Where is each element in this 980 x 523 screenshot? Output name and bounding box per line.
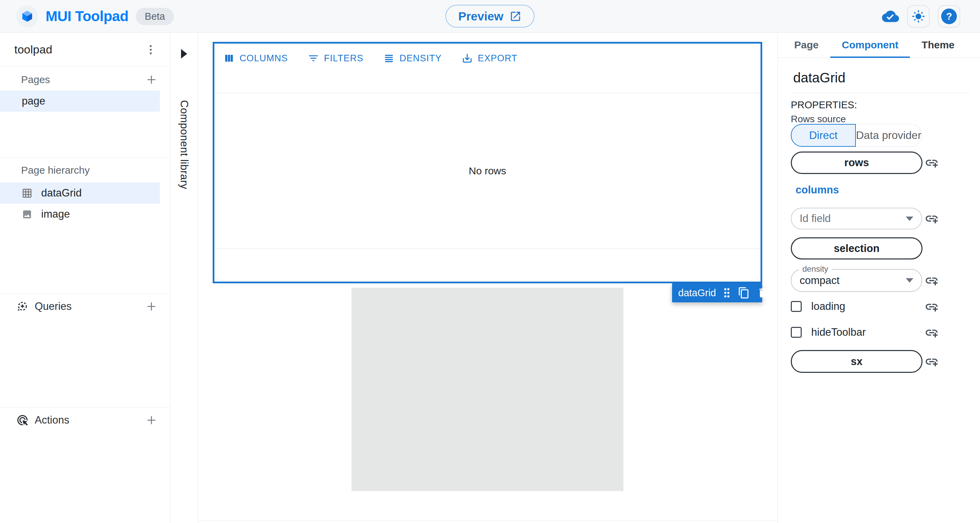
sidebar-item-datagrid[interactable]: dataGrid bbox=[0, 182, 160, 204]
export-button[interactable]: EXPORT bbox=[461, 53, 517, 64]
canvas-bottom-border bbox=[198, 521, 778, 521]
bind-density-icon[interactable] bbox=[924, 273, 939, 288]
columns-editor-link[interactable]: columns bbox=[795, 184, 839, 196]
actions-icon bbox=[16, 414, 29, 426]
loading-checkbox[interactable] bbox=[791, 301, 802, 312]
actions-section-label: Actions bbox=[35, 414, 69, 426]
export-label: EXPORT bbox=[478, 53, 517, 64]
density-label: DENSITY bbox=[399, 53, 442, 64]
explorer-sidebar: toolpad Pages page Page hierarchy dataGr… bbox=[0, 33, 170, 523]
no-rows-message: No rows bbox=[469, 165, 506, 177]
datagrid-component[interactable]: COLUMNS FILTERS DENSITY bbox=[215, 45, 759, 281]
loading-checkbox-row: loading bbox=[791, 300, 845, 313]
tab-component[interactable]: Component bbox=[830, 33, 910, 58]
columns-label: COLUMNS bbox=[240, 53, 288, 64]
tab-theme[interactable]: Theme bbox=[910, 33, 966, 58]
project-row: toolpad bbox=[0, 33, 170, 67]
image-icon bbox=[22, 209, 32, 220]
rows-source-dataprovider-button[interactable]: Data provider bbox=[856, 124, 922, 147]
tab-page[interactable]: Page bbox=[783, 33, 830, 58]
kebab-menu-icon[interactable] bbox=[144, 43, 158, 56]
hidetoolbar-label: hideToolbar bbox=[811, 326, 865, 338]
app-title: MUI Toolpad bbox=[46, 8, 128, 24]
add-query-icon[interactable] bbox=[145, 300, 158, 313]
hierarchy-section-header: Page hierarchy bbox=[0, 159, 170, 181]
inspector-panel: Page Component Theme dataGrid PROPERTIES… bbox=[778, 33, 980, 523]
bind-idfield-icon[interactable] bbox=[924, 212, 939, 226]
help-icon: ? bbox=[941, 8, 957, 24]
theme-toggle-button[interactable] bbox=[907, 5, 930, 27]
brand: MUI Toolpad Beta bbox=[16, 0, 174, 33]
datagrid-item-label: dataGrid bbox=[41, 187, 82, 199]
selected-component-label: dataGrid bbox=[678, 287, 716, 299]
bind-rows-icon[interactable] bbox=[924, 156, 939, 170]
columns-button[interactable]: COLUMNS bbox=[223, 53, 288, 64]
component-library-label[interactable]: Component library bbox=[178, 100, 190, 189]
app-header: MUI Toolpad Beta Preview ? bbox=[0, 0, 980, 33]
cloud-done-icon bbox=[882, 8, 899, 25]
beta-badge: Beta bbox=[136, 8, 174, 25]
bind-hidetoolbar-icon[interactable] bbox=[924, 325, 939, 340]
export-icon bbox=[461, 53, 473, 64]
density-value: compact bbox=[800, 274, 840, 287]
inspector-tabs: Page Component Theme bbox=[778, 33, 980, 58]
hidetoolbar-checkbox-row: hideToolbar bbox=[791, 326, 865, 338]
datagrid-selection-outline[interactable]: COLUMNS FILTERS DENSITY bbox=[213, 42, 762, 283]
filters-label: FILTERS bbox=[324, 53, 363, 64]
id-field-select[interactable]: Id field bbox=[791, 208, 922, 230]
dropdown-arrow-icon bbox=[906, 278, 913, 282]
datagrid-footer bbox=[216, 249, 759, 280]
loading-label: loading bbox=[811, 300, 845, 313]
rows-property-button[interactable]: rows bbox=[791, 151, 923, 174]
hierarchy-section-label: Page hierarchy bbox=[21, 164, 90, 176]
preview-label: Preview bbox=[458, 10, 503, 23]
filter-list-icon bbox=[308, 53, 319, 64]
datagrid-column-headers bbox=[216, 72, 759, 93]
component-library-panel: Component library bbox=[170, 33, 198, 523]
preview-button[interactable]: Preview bbox=[445, 5, 535, 27]
grid-icon bbox=[22, 188, 32, 199]
divider bbox=[0, 293, 170, 294]
header-actions: ? bbox=[882, 0, 960, 33]
selection-hud-toolbar: dataGrid bbox=[672, 283, 762, 302]
pages-section-label: Pages bbox=[21, 74, 50, 86]
rows-source-toggle: Direct Data provider bbox=[791, 124, 922, 147]
view-column-icon bbox=[223, 53, 235, 64]
sidebar-item-page[interactable]: page bbox=[0, 91, 160, 112]
rows-source-direct-button[interactable]: Direct bbox=[791, 124, 856, 147]
properties-label: PROPERTIES: bbox=[791, 99, 857, 111]
id-field-value: Id field bbox=[800, 212, 830, 225]
component-name-heading: dataGrid bbox=[793, 70, 845, 86]
divider bbox=[790, 92, 970, 93]
density-select[interactable]: density compact bbox=[791, 269, 922, 292]
filters-button[interactable]: FILTERS bbox=[308, 53, 363, 64]
page-canvas: COLUMNS FILTERS DENSITY bbox=[198, 33, 778, 523]
mui-toolpad-logo-icon bbox=[16, 5, 38, 27]
bind-sx-icon[interactable] bbox=[924, 354, 939, 369]
actions-section-header: Actions bbox=[0, 409, 170, 431]
add-action-icon[interactable] bbox=[145, 413, 158, 427]
image-component[interactable] bbox=[352, 288, 624, 491]
expand-library-chevron-icon[interactable] bbox=[181, 49, 187, 59]
sidebar-item-image[interactable]: image bbox=[0, 204, 160, 225]
add-page-icon[interactable] bbox=[145, 73, 158, 86]
bind-loading-icon[interactable] bbox=[924, 300, 939, 314]
dropdown-arrow-icon bbox=[906, 217, 913, 221]
sx-property-button[interactable]: sx bbox=[791, 350, 923, 373]
page-item-label: page bbox=[22, 95, 45, 107]
image-item-label: image bbox=[41, 208, 70, 220]
pages-section-header: Pages bbox=[0, 69, 170, 91]
hidetoolbar-checkbox[interactable] bbox=[791, 327, 802, 338]
help-button[interactable]: ? bbox=[938, 5, 960, 27]
rows-source-label: Rows source bbox=[791, 114, 846, 124]
queries-icon bbox=[16, 300, 29, 313]
divider bbox=[0, 407, 170, 408]
density-button[interactable]: DENSITY bbox=[383, 53, 442, 64]
copy-icon[interactable] bbox=[738, 287, 750, 299]
datagrid-toolbar: COLUMNS FILTERS DENSITY bbox=[216, 45, 759, 72]
light-mode-icon bbox=[912, 10, 925, 23]
drag-handle-icon[interactable] bbox=[723, 286, 731, 299]
queries-section-header: Queries bbox=[0, 295, 170, 317]
delete-icon[interactable] bbox=[757, 287, 769, 299]
selection-property-button[interactable]: selection bbox=[791, 237, 923, 260]
